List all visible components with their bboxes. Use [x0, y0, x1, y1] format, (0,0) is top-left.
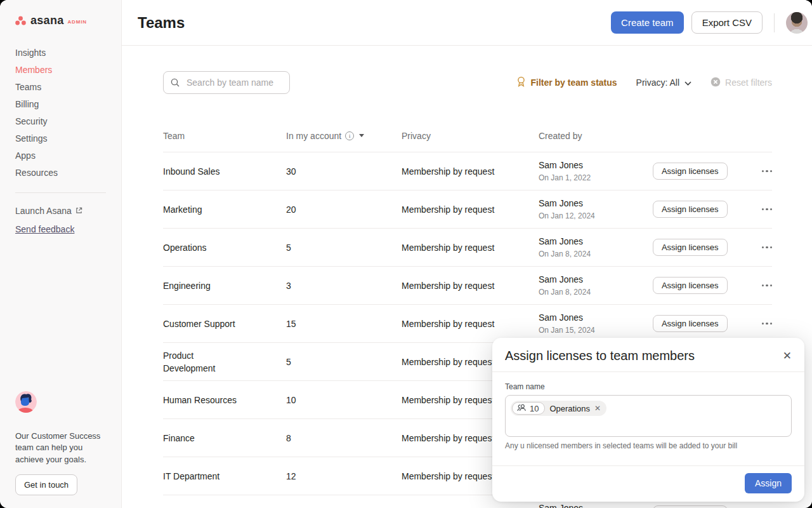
column-created-by: Created by	[539, 131, 661, 141]
team-name[interactable]: Human Resources	[163, 394, 237, 406]
team-name[interactable]: Marketing	[163, 203, 202, 216]
team-name[interactable]: Customer Support	[163, 318, 235, 330]
privacy-value: Membership by request	[402, 243, 539, 253]
table-row: Engineering 3 Membership by request Sam …	[163, 267, 772, 305]
sidebar-nav: Insights Members Teams Billing Security …	[0, 27, 121, 184]
team-name-input[interactable]: 10 Operations ✕	[505, 395, 792, 437]
team-name[interactable]: Engineering	[163, 279, 211, 292]
creator-date: On Jan 1, 2022	[539, 173, 661, 183]
customer-success-promo: Our Customer Success team can help you a…	[15, 391, 110, 496]
chevron-down-icon	[684, 77, 691, 88]
sidebar-item-teams[interactable]: Teams	[15, 81, 121, 98]
team-name[interactable]: Finance	[163, 432, 195, 444]
creator-name: Sam Jones	[539, 502, 661, 508]
creator-name: Sam Jones	[539, 312, 661, 324]
team-name[interactable]: Operations	[163, 241, 206, 254]
search-input[interactable]	[163, 71, 290, 94]
asana-logo[interactable]: asana ADMIN	[0, 0, 121, 27]
overflow-menu-icon[interactable]	[762, 170, 773, 173]
table-header-row: Team In my account i Privacy Created by	[163, 119, 772, 152]
team-name[interactable]: IT Department	[163, 470, 219, 483]
member-count: 20	[286, 204, 402, 215]
table-row: Marketing 20 Membership by request Sam J…	[163, 190, 772, 229]
sidebar: asana ADMIN Insights Members Teams Billi…	[0, 0, 122, 508]
asana-logo-icon	[15, 16, 26, 25]
team-chip[interactable]: 10 Operations ✕	[511, 401, 606, 416]
member-count: 5	[286, 357, 402, 367]
info-icon[interactable]: i	[345, 131, 354, 140]
close-icon[interactable]: ✕	[783, 351, 792, 361]
member-count: 8	[286, 433, 402, 443]
overflow-menu-icon[interactable]	[762, 323, 773, 325]
page-title: Teams	[138, 14, 185, 32]
assign-licenses-modal: Assign licenses to team members ✕ Team n…	[492, 338, 804, 502]
header-divider	[774, 13, 775, 32]
privacy-value: Membership by request	[402, 281, 539, 291]
assign-licenses-button[interactable]: Assign licenses	[653, 163, 728, 180]
assign-licenses-button[interactable]: Assign licenses	[653, 239, 728, 256]
privacy-value: Membership by request	[402, 319, 539, 329]
table-row: Operations 5 Membership by request Sam J…	[163, 229, 772, 267]
external-link-icon	[75, 206, 82, 216]
column-team: Team	[163, 131, 286, 141]
creator-date: On Jan 8, 2024	[539, 287, 661, 297]
reset-filters-button[interactable]: Reset filters	[710, 77, 772, 89]
sidebar-item-settings[interactable]: Settings	[15, 132, 121, 149]
creator-date: On Jan 8, 2024	[539, 249, 661, 259]
search-icon	[170, 77, 180, 90]
assign-licenses-button[interactable]: Assign licenses	[653, 201, 728, 218]
overflow-menu-icon[interactable]	[762, 246, 773, 249]
get-in-touch-button[interactable]: Get in touch	[15, 474, 77, 495]
table-row: Customer Support 15 Membership by reques…	[163, 305, 772, 343]
overflow-menu-icon[interactable]	[762, 208, 773, 211]
admin-badge: ADMIN	[68, 19, 87, 25]
column-privacy: Privacy	[402, 131, 539, 141]
send-feedback-link[interactable]: Send feedback	[15, 224, 121, 234]
modal-title: Assign licenses to team members	[505, 349, 695, 363]
launch-asana-link[interactable]: Launch Asana	[15, 206, 121, 216]
filter-bar: Filter by team status Privacy: All Reset…	[122, 46, 812, 94]
privacy-value: Membership by request	[402, 166, 539, 177]
remove-chip-icon[interactable]: ✕	[594, 404, 601, 413]
assign-licenses-button[interactable]: Assign licenses	[653, 277, 728, 294]
export-csv-button[interactable]: Export CSV	[691, 11, 763, 34]
sidebar-item-security[interactable]: Security	[15, 115, 121, 132]
customer-success-avatar	[15, 391, 37, 413]
sidebar-item-resources[interactable]: Resources	[15, 166, 121, 184]
create-team-button[interactable]: Create team	[611, 11, 684, 34]
sidebar-item-billing[interactable]: Billing	[15, 98, 121, 115]
modal-helper-text: Any u nlicensed members in selected team…	[505, 441, 792, 450]
creator-name: Sam Jones	[539, 274, 661, 286]
member-count: 10	[286, 395, 402, 405]
member-count: 12	[286, 471, 402, 481]
filter-team-status[interactable]: Filter by team status	[516, 76, 617, 89]
sort-caret-icon	[359, 134, 364, 137]
page-header: Teams Create team Export CSV	[122, 0, 812, 46]
team-name[interactable]: Inbound Sales	[163, 165, 220, 178]
users-icon	[517, 404, 527, 413]
assign-licenses-button[interactable]: Assign licenses	[653, 315, 728, 332]
column-in-account[interactable]: In my account i	[286, 131, 402, 141]
creator-name: Sam Jones	[539, 197, 661, 210]
table-row: Inbound Sales 30 Membership by request S…	[163, 152, 772, 190]
member-count: 30	[286, 166, 402, 177]
main-content: Teams Create team Export CSV	[122, 0, 812, 508]
promo-text: Our Customer Success team can help you a…	[15, 431, 110, 466]
member-count: 15	[286, 319, 402, 329]
team-name-label: Team name	[505, 382, 792, 391]
member-count: 3	[286, 281, 402, 291]
team-name[interactable]: Product Development	[163, 349, 243, 375]
member-count-pill: 10	[512, 402, 545, 415]
creator-date: On Jan 15, 2024	[539, 325, 661, 335]
sidebar-item-members[interactable]: Members	[15, 64, 121, 81]
overflow-menu-icon[interactable]	[762, 284, 773, 287]
privacy-dropdown[interactable]: Privacy: All	[636, 77, 691, 88]
chip-label: Operations	[549, 404, 590, 413]
assign-button[interactable]: Assign	[745, 473, 792, 493]
sidebar-item-insights[interactable]: Insights	[15, 46, 121, 64]
creator-name: Sam Jones	[539, 236, 661, 248]
sidebar-item-apps[interactable]: Apps	[15, 149, 121, 166]
admin-console: asana ADMIN Insights Members Teams Billi…	[0, 0, 812, 508]
user-avatar[interactable]	[786, 12, 808, 34]
assign-licenses-button[interactable]: Assign licenses	[653, 505, 728, 508]
